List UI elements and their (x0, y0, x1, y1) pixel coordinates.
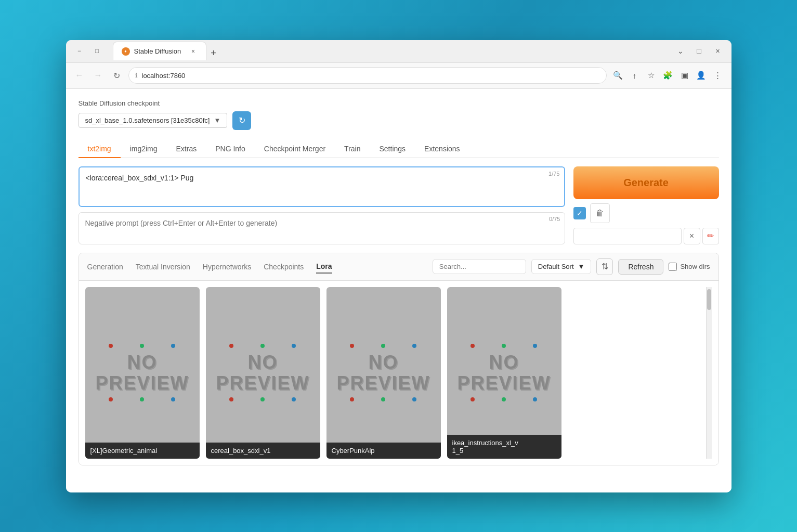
extensions-button[interactable]: 🧩 (661, 68, 675, 83)
lora-cards: NO PREVIEW [XL]Geometric_animal (85, 287, 706, 459)
lora-tab-textual-inversion[interactable]: Textual Inversion (136, 261, 190, 273)
tab-extensions[interactable]: Extensions (415, 140, 469, 158)
win-minimize-button[interactable]: − (72, 44, 87, 58)
lora-card-label-3: ikea_instructions_xl_v1_5 (447, 435, 561, 459)
url-text: localhost:7860 (142, 72, 600, 80)
lora-sort-arrow: ▼ (578, 263, 585, 270)
no-preview-text-1: NO PREVIEW (216, 340, 309, 406)
win-controls-right: ⌄ □ × (673, 44, 725, 58)
dot-teal-b (140, 397, 144, 401)
active-tab[interactable]: ● Stable Diffusion × (113, 42, 206, 60)
secure-icon: ℹ (135, 72, 138, 79)
lora-grid: NO PREVIEW [XL]Geometric_animal (79, 281, 718, 465)
lora-tabs: Generation Textual Inversion Hypernetwor… (79, 253, 718, 281)
lora-tab-hypernetworks[interactable]: Hypernetworks (203, 261, 251, 273)
lora-search-input[interactable] (433, 259, 526, 274)
no-preview-text-3: NO PREVIEW (457, 340, 551, 406)
clear-button[interactable]: 🗑 (590, 203, 610, 223)
refresh-button[interactable]: Refresh (618, 259, 663, 275)
refresh-checkpoint-icon: ↻ (239, 115, 245, 125)
tab-extras[interactable]: Extras (167, 140, 206, 158)
win-close-os-button[interactable]: × (711, 44, 725, 58)
browser-window: − □ ● Stable Diffusion × + ⌄ □ × ← → ↻ ℹ… (66, 40, 731, 492)
positive-prompt-box: <lora:cereal_box_sdxl_v1:1> Pug 1/75 (79, 166, 565, 207)
win-minimize-os-button[interactable]: ⌄ (673, 44, 688, 58)
tab-train[interactable]: Train (335, 140, 370, 158)
lora-tab-generation[interactable]: Generation (87, 261, 123, 273)
lora-tab-lora[interactable]: Lora (316, 260, 332, 274)
lora-sort-select[interactable]: Default Sort ▼ (531, 259, 592, 274)
seed-randomize-button[interactable]: ✏ (702, 228, 719, 244)
tab-img2img[interactable]: img2img (121, 140, 167, 158)
checkpoint-select[interactable]: sd_xl_base_1.0.safetensors [31e35c80fc] … (79, 113, 228, 128)
no-preview-text-2: NO PREVIEW (336, 340, 430, 406)
refresh-checkpoint-button[interactable]: ↻ (232, 111, 251, 130)
share-button[interactable]: ↑ (628, 68, 642, 83)
browser-addressbar: ← → ↻ ℹ localhost:7860 🔍 ↑ ☆ 🧩 ▣ 👤 ⋮ (66, 63, 731, 89)
no-preview-text-0: NO PREVIEW (95, 340, 189, 406)
lora-card-label-0: [XL]Geometric_animal (85, 443, 200, 459)
page-content: Stable Diffusion checkpoint sd_xl_base_1… (66, 89, 731, 492)
tab-title: Stable Diffusion (134, 47, 181, 55)
seed-row: × ✏ (573, 228, 719, 244)
tab-favicon: ● (122, 47, 130, 56)
prompt-right-actions: ✓ 🗑 (573, 203, 719, 223)
negative-prompt-input[interactable] (79, 213, 565, 242)
browser-titlebar: − □ ● Stable Diffusion × + ⌄ □ × (66, 40, 731, 63)
tab-checkpoint-merger[interactable]: Checkpoint Merger (255, 140, 335, 158)
show-dirs-checkbox[interactable] (669, 263, 677, 271)
seed-clear-button[interactable]: × (684, 228, 700, 244)
checkpoint-dropdown-arrow: ▼ (214, 116, 220, 124)
show-dirs-text: Show dirs (680, 263, 710, 270)
lora-sort-icon-button[interactable]: ⇅ (596, 258, 613, 275)
search-toolbar-button[interactable]: 🔍 (611, 68, 625, 83)
dot-red-b (109, 397, 113, 401)
prompt-right: Generate ✓ 🗑 × ✏ (573, 166, 719, 244)
dots-bottom-0 (95, 397, 189, 401)
show-dirs-label[interactable]: Show dirs (669, 263, 710, 271)
no-preview-placeholder-1: NO PREVIEW (206, 287, 320, 459)
lora-card-1[interactable]: NO PREVIEW cereal_box_sdxl_v1 (206, 287, 320, 459)
tab-bar: ● Stable Diffusion × + (113, 42, 669, 60)
menu-button[interactable]: ⋮ (711, 68, 725, 83)
lora-card-label-1: cereal_box_sdxl_v1 (206, 443, 320, 459)
lora-grid-scrollbar[interactable] (706, 287, 712, 459)
dot-red (109, 344, 113, 348)
browser-toolbar-right: 🔍 ↑ ☆ 🧩 ▣ 👤 ⋮ (611, 68, 725, 83)
tab-settings[interactable]: Settings (370, 140, 415, 158)
lora-tab-actions: Default Sort ▼ ⇅ Refresh Show dirs (433, 258, 710, 275)
tab-txt2img[interactable]: txt2img (79, 140, 121, 158)
tab-close-button[interactable]: × (189, 47, 198, 56)
win-maximize-button[interactable]: □ (90, 44, 104, 58)
main-tabs: txt2img img2img Extras PNG Info Checkpoi… (79, 140, 719, 158)
window-controls: − □ (72, 44, 104, 58)
lora-card-2[interactable]: NO PREVIEW CyberPunkAlp (326, 287, 441, 459)
prompt-counter: 1/75 (548, 171, 559, 177)
prompt-section: <lora:cereal_box_sdxl_v1:1> Pug 1/75 0/7… (79, 166, 719, 244)
clipboard-checkbox[interactable]: ✓ (573, 207, 586, 219)
address-bar[interactable]: ℹ localhost:7860 (128, 67, 607, 84)
seed-input[interactable] (573, 228, 682, 244)
lora-tab-checkpoints[interactable]: Checkpoints (264, 261, 304, 273)
lora-card-3[interactable]: NO PREVIEW ikea_instructions_xl_v1 (447, 287, 561, 459)
reload-button[interactable]: ↻ (110, 68, 124, 83)
scrollbar-thumb (707, 289, 711, 310)
positive-prompt-input[interactable]: <lora:cereal_box_sdxl_v1:1> Pug (80, 167, 564, 204)
dot-blue (171, 344, 175, 348)
back-button[interactable]: ← (72, 68, 87, 83)
negative-prompt-counter: 0/75 (549, 216, 560, 222)
profile-button[interactable]: 👤 (694, 68, 709, 83)
lora-sort-label: Default Sort (538, 263, 574, 270)
checkpoint-value: sd_xl_base_1.0.safetensors [31e35c80fc] (85, 116, 210, 124)
win-maximize-os-button[interactable]: □ (692, 44, 707, 58)
tab-png-info[interactable]: PNG Info (206, 140, 255, 158)
no-preview-placeholder-2: NO PREVIEW (326, 287, 441, 459)
generate-button[interactable]: Generate (573, 166, 719, 199)
dot-teal (140, 344, 144, 348)
bookmark-button[interactable]: ☆ (644, 68, 659, 83)
lora-card-0[interactable]: NO PREVIEW [XL]Geometric_animal (85, 287, 200, 459)
sidebar-button[interactable]: ▣ (677, 68, 692, 83)
new-tab-button[interactable]: + (206, 46, 221, 60)
lora-card-label-2: CyberPunkAlp (326, 443, 441, 459)
forward-button[interactable]: → (91, 68, 106, 83)
